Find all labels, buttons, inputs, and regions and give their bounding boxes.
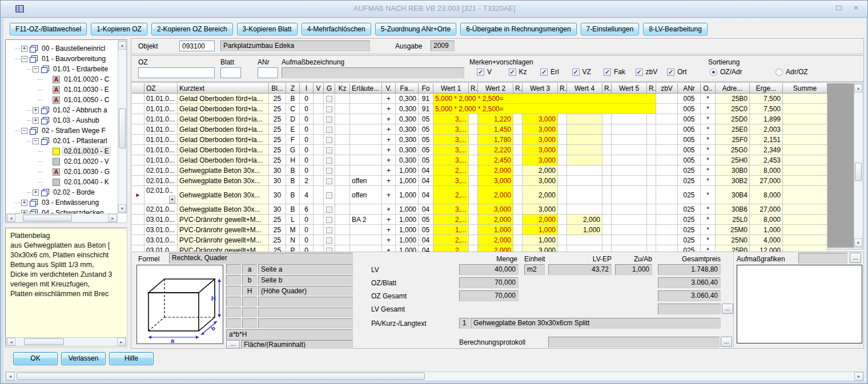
column-header-G[interactable]: G xyxy=(324,83,335,94)
toolbar-button-6[interactable]: 5-Zuordnung ANr+Orte xyxy=(375,23,456,35)
expand-plus-icon[interactable]: + xyxy=(33,107,39,114)
column-header-Fo[interactable]: Fo xyxy=(419,83,433,94)
column-header-Wert 3[interactable]: Wert 3 xyxy=(523,83,558,94)
g-checkbox-icon[interactable] xyxy=(326,96,332,102)
checkbox-ort[interactable]: ✓Ort xyxy=(667,68,687,76)
column-header-Z[interactable]: Z xyxy=(286,83,300,94)
g-checkbox-icon[interactable] xyxy=(326,207,332,213)
ok-button[interactable]: OK xyxy=(13,352,58,365)
table-row[interactable]: ►02.01.0..▼Gehwegplatte Beton 30x...30B4… xyxy=(132,186,827,204)
checkbox-kz[interactable]: ✓Kz xyxy=(509,68,527,76)
maximize-icon[interactable] xyxy=(834,4,843,12)
g-checkbox-icon[interactable] xyxy=(326,237,332,244)
window-hscroll-thumb[interactable] xyxy=(17,373,425,380)
radio-oz-adr[interactable]: OZ/Adr xyxy=(710,68,742,76)
tree-item[interactable]: −01 - Bauvorbereitung xyxy=(9,54,118,64)
column-header-Summe[interactable]: Summe xyxy=(783,83,827,94)
column-header-Wert 1[interactable]: Wert 1 xyxy=(433,83,469,94)
scroll-left-icon[interactable]: ◄ xyxy=(7,214,15,222)
column-header-zbV[interactable]: zbV xyxy=(656,83,678,94)
column-header-R.[interactable]: R. xyxy=(558,83,567,94)
checkbox-zbv[interactable]: ✓zbV xyxy=(636,68,658,76)
table-row[interactable]: 01.01.0...Gelad Oberboden förd+la...25E0… xyxy=(132,124,827,135)
scroll-down-icon[interactable]: ▼ xyxy=(118,204,126,213)
column-header-Erläute...[interactable]: Erläute... xyxy=(350,83,382,94)
scroll-up-icon[interactable]: ▲ xyxy=(118,41,126,50)
table-row[interactable]: 01.01.0...Gelad Oberboden förd+la...25C0… xyxy=(132,104,827,114)
objekt-number-input[interactable] xyxy=(179,41,215,51)
tree-horizontal-scrollbar[interactable]: ◄ ► xyxy=(6,213,118,223)
tree-item[interactable]: +01.02 - Abbruch a xyxy=(9,105,118,115)
tree-item[interactable]: +04 - Schwarzdecken xyxy=(9,208,118,213)
checkbox-vz[interactable]: ✓VZ xyxy=(572,68,591,76)
tree-item[interactable]: 02.01.0020 - V xyxy=(9,156,118,167)
hilfe-button[interactable]: Hilfe xyxy=(109,352,154,365)
toolbar-button-4[interactable]: 3-Kopieren Blatt xyxy=(237,23,298,35)
checkbox-box-icon[interactable]: ✓ xyxy=(667,68,674,76)
checkbox-box-icon[interactable]: ✓ xyxy=(572,68,580,76)
verlassen-button[interactable]: Verlassen xyxy=(61,352,106,365)
g-checkbox-icon[interactable] xyxy=(326,147,332,153)
column-header-Bl...[interactable]: Bl... xyxy=(269,83,286,94)
g-checkbox-icon[interactable] xyxy=(326,116,332,123)
g-checkbox-icon[interactable] xyxy=(326,168,332,174)
oz-input[interactable] xyxy=(138,67,215,78)
tree-item[interactable]: +00 - Baustelleneinricl xyxy=(9,43,118,54)
checkbox-erl[interactable]: ✓Erl xyxy=(540,68,559,76)
formula-more-button[interactable]: ... xyxy=(226,340,240,349)
g-checkbox-icon[interactable] xyxy=(326,227,332,233)
column-header-Wert 5[interactable]: Wert 5 xyxy=(612,83,647,94)
column-header-Kurztext[interactable]: Kurztext xyxy=(178,83,269,94)
table-row[interactable]: 01.01.0...Gelad Oberboden förd+la...25D0… xyxy=(132,114,827,124)
column-header-I[interactable]: I xyxy=(300,83,314,94)
expand-plus-icon[interactable]: + xyxy=(21,46,27,52)
tree-vertical-scrollbar[interactable]: ▲ ▼ xyxy=(118,41,127,213)
g-checkbox-icon[interactable] xyxy=(326,106,332,112)
table-row[interactable]: 03.01.0...PVC-Dränrohr gewellt+M...25L0B… xyxy=(132,215,827,225)
blatt-input[interactable] xyxy=(220,67,241,78)
column-header-R.[interactable]: R. xyxy=(647,83,656,94)
g-checkbox-icon[interactable] xyxy=(326,127,332,133)
table-row[interactable]: 02.01.0...Gehwegplatte Beton 30x...30B2o… xyxy=(132,176,827,186)
table-vscroll-thumb[interactable] xyxy=(855,163,862,181)
table-row[interactable]: 01.01.0...Gelad Oberboden förd+la...25F0… xyxy=(132,135,827,145)
tree-item[interactable]: +03 - Entwässerung xyxy=(9,197,118,208)
table-row[interactable]: 01.01.0...Gelad Oberboden förd+la...25H0… xyxy=(132,155,827,165)
oz-dropdown-icon[interactable]: ▼ xyxy=(169,196,175,204)
window-horizontal-scrollbar[interactable]: ◄ ► xyxy=(5,371,864,381)
column-header-O..[interactable]: O.. xyxy=(701,83,716,94)
tree-item[interactable]: −01.01 - Erdarbeite xyxy=(9,64,118,74)
expand-plus-icon[interactable]: + xyxy=(33,189,39,196)
column-header-Adre...[interactable]: Adre... xyxy=(716,83,750,94)
radio-icon[interactable] xyxy=(710,68,717,76)
table-row[interactable]: 01.01.0...Gelad Oberboden förd+la...25G0… xyxy=(132,145,827,155)
checkbox-fak[interactable]: ✓Fak xyxy=(604,68,625,76)
g-checkbox-icon[interactable] xyxy=(326,217,332,223)
tree-item[interactable]: +02.02 - Borde xyxy=(9,187,118,197)
radio-icon[interactable] xyxy=(775,68,783,76)
column-header-Fa...[interactable]: Fa... xyxy=(396,83,419,94)
note-hscroll-thumb[interactable] xyxy=(24,338,64,345)
table-row[interactable]: 03.01.0...PVC-Dränrohr gewellt+M...25N0+… xyxy=(132,235,827,245)
column-header-R.[interactable]: R. xyxy=(513,83,523,94)
column-header-R.[interactable]: R. xyxy=(602,83,612,94)
column-header-OZ[interactable]: OZ xyxy=(144,83,178,94)
protokoll-more-button[interactable]: ... xyxy=(721,337,732,347)
column-header-V[interactable]: V xyxy=(314,83,324,94)
tree-item[interactable]: 02.01.0040 - K xyxy=(9,177,118,187)
g-checkbox-icon[interactable] xyxy=(326,192,332,199)
collapse-minus-icon[interactable]: − xyxy=(21,128,27,134)
scroll-down-icon[interactable]: ▼ xyxy=(854,239,862,247)
table-row[interactable]: 03.01.0...PVC-Dränrohr gewellt+M...25M0+… xyxy=(132,225,827,235)
tree-item[interactable]: −02.01 - Pflasterarl xyxy=(9,136,118,146)
checkbox-box-icon[interactable]: ✓ xyxy=(509,68,516,76)
collapse-minus-icon[interactable]: − xyxy=(21,56,27,62)
scroll-right-icon[interactable]: ► xyxy=(117,338,126,346)
tree-item[interactable]: A01.01.0050 - C xyxy=(9,95,118,105)
radio-adr-oz[interactable]: Adr/OZ xyxy=(775,68,808,76)
toolbar-button-9[interactable]: 8-LV-Bearbeitung xyxy=(643,23,708,35)
tree-item[interactable]: A01.01.0030 - E xyxy=(9,84,118,95)
toolbar-button-7[interactable]: 6-Übergabe in Rechnungsmengen xyxy=(460,23,576,35)
toolbar-button-3[interactable]: 2-Kopieren OZ Bereich xyxy=(151,23,233,35)
tree-item[interactable]: A02.01.0030 - G xyxy=(9,167,118,177)
